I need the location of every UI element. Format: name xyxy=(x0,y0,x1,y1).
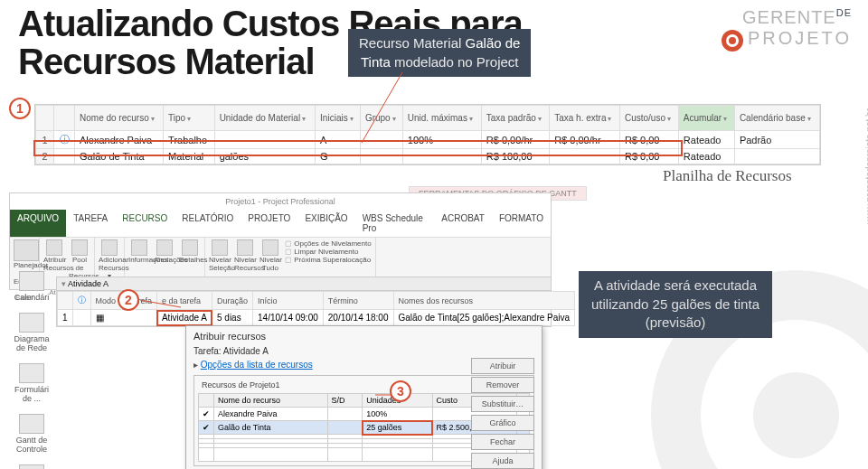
chart-button[interactable]: Gráfico xyxy=(471,415,534,431)
level-resources-button[interactable]: Nivelar Recursos xyxy=(234,239,256,273)
col-acc: Acumular▾ xyxy=(678,106,734,131)
notes-button[interactable]: Anotações xyxy=(154,239,175,265)
resource-sheet: Nome do recurso▾ Tipo▾ Unidade do Materi… xyxy=(34,104,821,165)
tab-arquivo[interactable]: ARQUIVO xyxy=(10,210,66,237)
tab-wbs[interactable]: WBS Schedule Pro xyxy=(355,210,435,237)
col-cal: Calendário base▾ xyxy=(734,106,819,131)
tab-acrobat[interactable]: ACROBAT xyxy=(434,210,492,237)
view-gantt-control[interactable]: Gantt de Controle xyxy=(9,414,54,454)
step-badge-1: 1 xyxy=(9,98,31,119)
view-gantt[interactable]: Gráfico de Gantt xyxy=(9,464,54,469)
col-custo: Custo/uso▾ xyxy=(619,106,678,131)
col-tipo: Tipo▾ xyxy=(164,106,215,131)
window-title: Projeto1 - Project Professional xyxy=(10,193,551,210)
remove-button[interactable]: Remover xyxy=(471,377,534,393)
dialog-options-link[interactable]: Opções da lista de recursos xyxy=(201,360,313,370)
callout-material: Recurso Material Galão de Tinta modelado… xyxy=(348,29,531,77)
information-button[interactable]: Informações xyxy=(128,239,150,265)
col-taxa: Taxa padrão▾ xyxy=(481,106,549,131)
task-row-1[interactable]: 1▦ Atividade A 5 dias14/10/14 09:0020/10… xyxy=(58,310,575,326)
col-max: Unid. máximas▾ xyxy=(402,106,481,131)
assign-button[interactable]: Atribuir xyxy=(471,358,534,374)
dialog-title: Atribuir recursos xyxy=(186,326,542,346)
tab-formato[interactable]: FORMATO xyxy=(492,210,551,237)
col-ini: Iniciais▾ xyxy=(316,106,361,131)
col-nome: Nome do recurso▾ xyxy=(75,106,164,131)
level-selection-button[interactable]: Nivelar Seleção xyxy=(209,239,231,273)
resource-row-1[interactable]: 1ⓘ Alexandre PaivaTrabalhoA100%R$ 0,00/h… xyxy=(36,131,820,149)
step-badge-3: 3 xyxy=(390,380,411,402)
add-resources-button[interactable]: Adicionar Recursos ▾ xyxy=(99,239,120,280)
brand-logo: GERENTEDE PROJETO xyxy=(722,7,852,52)
col-grp: Grupo▾ xyxy=(360,106,402,131)
annotation-sheet: Planilha de Recursos xyxy=(663,167,792,185)
tab-exibicao[interactable]: EXIBIÇÃO xyxy=(297,210,354,237)
view-network[interactable]: Diagrama de Rede xyxy=(9,313,54,352)
ribbon: Projeto1 - Project Professional ARQUIVO … xyxy=(9,192,552,290)
col-unidmat: Unidade do Material▾ xyxy=(214,106,315,131)
tab-relatorio[interactable]: RELATÓRIO xyxy=(175,210,241,237)
close-button[interactable]: Fechar xyxy=(471,434,534,450)
level-all-button[interactable]: Nivelar Tudo xyxy=(259,239,281,273)
step-badge-2: 2 xyxy=(118,289,139,311)
tab-tarefa[interactable]: TAREFA xyxy=(66,210,115,237)
help-button[interactable]: Ajuda xyxy=(471,453,534,469)
col-extra: Taxa h. extra▾ xyxy=(550,106,620,131)
callout-activity: A atividade será executadautilizando 25 … xyxy=(579,271,772,338)
details-button[interactable]: Detalhes xyxy=(179,239,201,265)
tab-projeto[interactable]: PROJETO xyxy=(241,210,297,237)
replace-button[interactable]: Substituir… xyxy=(471,396,534,412)
view-form[interactable]: Formulári de ... xyxy=(9,363,54,403)
assign-resources-button[interactable]: Atribuir Recursos xyxy=(43,239,65,273)
view-bar: Calendári Diagrama de Rede Formulári de … xyxy=(9,271,54,469)
view-calendar[interactable]: Calendári xyxy=(9,271,54,302)
target-icon xyxy=(722,30,743,52)
resource-row-2[interactable]: 2 Galão de TintaMaterialgalõesGR$ 100,00… xyxy=(36,149,820,164)
info-icon: ⓘ xyxy=(54,131,75,149)
assign-resources-dialog: Atribuir recursos Tarefa: Atividade A ▸ … xyxy=(185,325,542,469)
level-options-list[interactable]: Opções de NivelamentoLimpar NivelamentoP… xyxy=(285,239,372,264)
tab-recurso[interactable]: RECURSO xyxy=(115,210,175,237)
watermark-url: www.gerentedeprojeto.net.br xyxy=(864,108,868,224)
